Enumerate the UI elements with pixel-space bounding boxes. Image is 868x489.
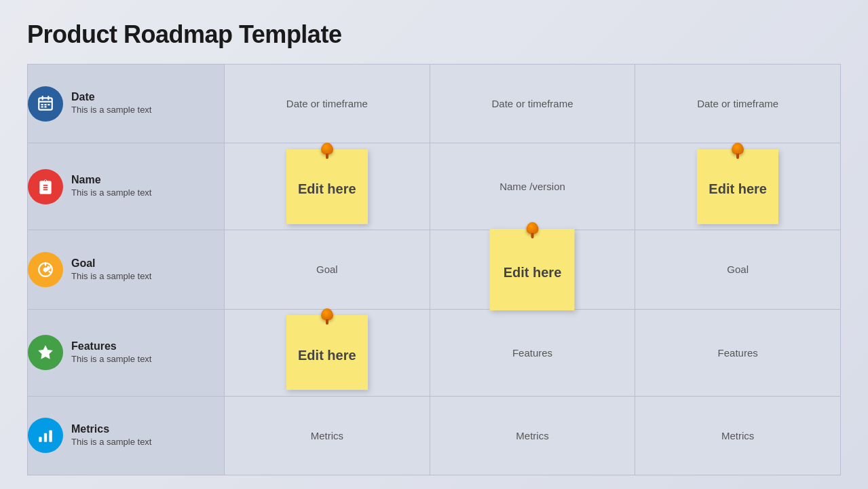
cell-text-name-col2: Name /version [499, 181, 565, 192]
data-cell-metrics-col2: Metrics [430, 396, 635, 475]
svg-rect-16 [39, 437, 41, 443]
sticky-note-features-col1[interactable]: Edit here [286, 315, 368, 390]
data-cell-date-col2: Date or timeframe [430, 65, 635, 143]
sticky-pin [321, 308, 333, 321]
label-sub-goal: This is a sample text [71, 271, 152, 283]
sticky-pin [321, 143, 333, 155]
data-cell-date-col3: Date or timeframe [635, 65, 841, 143]
cell-text-metrics-col3: Metrics [721, 430, 754, 441]
roadmap-table: Date This is a sample text Date or timef… [27, 64, 841, 475]
svg-point-9 [45, 179, 46, 181]
sticky-text-goal-col2: Edit here [498, 254, 567, 286]
label-text-date: Date This is a sample text [71, 91, 152, 116]
data-cell-features-col2: Features [430, 309, 635, 396]
features-icon [28, 335, 63, 370]
svg-line-14 [49, 272, 51, 273]
svg-rect-6 [48, 104, 50, 105]
label-sub-name: This is a sample text [71, 187, 152, 199]
data-cell-goal-col1: Goal [225, 230, 430, 309]
row-metrics: Metrics This is a sample text MetricsMet… [28, 396, 841, 475]
cell-text-date-col1: Date or timeframe [286, 98, 368, 109]
sticky-note-goal-col2[interactable]: Edit here [490, 229, 575, 310]
svg-marker-15 [38, 345, 53, 359]
cell-text-metrics-col1: Metrics [311, 430, 343, 441]
sticky-pin-overlap [526, 222, 538, 234]
data-cell-name-col3[interactable]: Edit here [635, 143, 841, 230]
sticky-pin [732, 143, 744, 155]
label-title-goal: Goal [71, 257, 152, 270]
label-text-goal: Goal This is a sample text [71, 257, 152, 283]
label-inner-metrics: Metrics This is a sample text [28, 418, 224, 453]
data-cell-goal-col2[interactable]: Edit here [430, 230, 635, 309]
cell-text-date-col2: Date or timeframe [491, 98, 573, 109]
label-inner-goal: Goal This is a sample text [28, 252, 224, 287]
name-icon [28, 169, 63, 204]
sticky-note-name-col1[interactable]: Edit here [286, 149, 368, 224]
row-goal: Goal This is a sample text Goal Edit her… [28, 230, 841, 309]
row-name: Name This is a sample text Edit here Nam… [28, 143, 841, 230]
label-text-metrics: Metrics This is a sample text [71, 423, 152, 448]
row-features: Features This is a sample text Edit here… [28, 309, 841, 396]
svg-rect-4 [41, 104, 43, 105]
label-title-metrics: Metrics [71, 423, 152, 435]
cell-text-goal-col1: Goal [316, 264, 338, 275]
svg-rect-7 [41, 106, 43, 107]
label-title-name: Name [71, 174, 152, 186]
cell-text-goal-col3: Goal [727, 264, 749, 275]
sticky-text-features-col1: Edit here [293, 337, 362, 369]
data-cell-name-col2: Name /version [430, 143, 635, 230]
data-cell-metrics-col1: Metrics [225, 396, 430, 475]
metrics-icon [28, 418, 63, 453]
label-inner-date: Date This is a sample text [28, 86, 224, 122]
sticky-note-name-col3[interactable]: Edit here [697, 149, 778, 224]
label-title-date: Date [71, 91, 152, 103]
page-title: Product Roadmap Template [27, 20, 841, 49]
svg-rect-5 [44, 104, 46, 105]
label-sub-features: This is a sample text [71, 354, 152, 365]
svg-rect-17 [44, 433, 47, 442]
row-date: Date This is a sample text Date or timef… [28, 65, 841, 143]
label-inner-name: Name This is a sample text [28, 169, 224, 204]
cell-text-features-col3: Features [718, 347, 758, 359]
label-text-features: Features This is a sample text [71, 340, 152, 365]
data-cell-metrics-col3: Metrics [635, 396, 841, 475]
sticky-text-name-col3: Edit here [703, 170, 772, 202]
label-title-features: Features [71, 340, 152, 352]
label-cell-goal: Goal This is a sample text [28, 230, 225, 309]
svg-rect-18 [49, 431, 52, 442]
data-cell-features-col3: Features [635, 309, 841, 396]
sticky-text-name-col1: Edit here [293, 170, 362, 202]
cell-text-metrics-col2: Metrics [516, 430, 548, 441]
data-cell-date-col1: Date or timeframe [225, 65, 430, 143]
label-sub-date: This is a sample text [71, 105, 152, 116]
label-text-name: Name This is a sample text [71, 174, 152, 199]
data-cell-features-col1[interactable]: Edit here [225, 309, 430, 396]
label-cell-metrics: Metrics This is a sample text [28, 396, 225, 475]
label-cell-features: Features This is a sample text [28, 309, 225, 396]
label-cell-name: Name This is a sample text [28, 143, 225, 230]
cell-text-features-col2: Features [512, 347, 552, 359]
data-cell-name-col1[interactable]: Edit here [225, 143, 430, 230]
date-icon [28, 86, 63, 122]
roadmap-table-wrapper: Date This is a sample text Date or timef… [27, 64, 841, 475]
label-cell-date: Date This is a sample text [28, 65, 225, 143]
label-inner-features: Features This is a sample text [28, 335, 224, 370]
cell-text-date-col3: Date or timeframe [697, 98, 778, 109]
svg-rect-8 [44, 106, 46, 107]
label-sub-metrics: This is a sample text [71, 437, 152, 448]
data-cell-goal-col3: Goal [635, 230, 841, 309]
goal-icon [28, 252, 63, 287]
